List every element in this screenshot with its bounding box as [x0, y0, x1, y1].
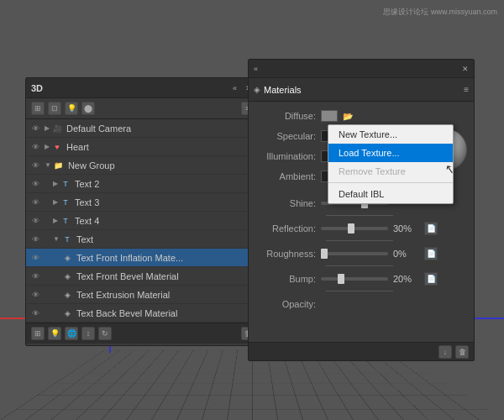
heart-icon: ♥	[51, 141, 63, 153]
bump-slider[interactable]	[321, 277, 388, 281]
layer-item[interactable]: 👁 ◈ Text Back Bevel Material	[26, 304, 260, 323]
opacity-row: Opacity:	[254, 295, 469, 313]
panel-3d: 3D « ✕ ⊞ ⊡ 💡 ⬤ ≡ 👁 ▶ 🎥 Default Camera 👁 …	[25, 77, 260, 346]
diffuse-row: Diffuse: 📂	[254, 107, 469, 125]
props-footer: ↓ 🗑	[249, 342, 474, 360]
layer-item[interactable]: 👁 ▶ T Text 2	[26, 175, 260, 193]
footer-move-icon[interactable]: ↕	[81, 327, 95, 340]
specular-label: Specular:	[254, 131, 321, 141]
context-new-texture[interactable]: New Texture...	[328, 125, 453, 144]
ambient-label: Ambient:	[254, 171, 321, 181]
layer-list: 👁 ▶ 🎥 Default Camera 👁 ▶ ♥ Heart 👁 ▼ 📁 N…	[26, 119, 260, 323]
props-tabs-header: ◈ Materials ≡	[249, 78, 474, 102]
layer-item[interactable]: 👁 ▼ 📁 New Group	[26, 156, 260, 175]
bump-value: 20%	[393, 274, 423, 284]
text-icon: T	[60, 178, 71, 190]
context-menu: New Texture... Load Texture... Remove Te…	[328, 124, 454, 204]
layer-name: Heart	[66, 142, 256, 152]
roughness-thumb	[321, 249, 328, 259]
layer-item[interactable]: 👁 ▶ 🎥 Default Camera	[26, 119, 260, 138]
diffuse-label: Diffuse:	[254, 111, 321, 121]
3d-toolbar: ⊞ ⊡ 💡 ⬤ ≡	[26, 98, 260, 119]
props-menu-icon[interactable]: ≡	[464, 85, 469, 94]
visibility-icon[interactable]: 👁	[29, 270, 41, 282]
bump-thumb	[338, 274, 344, 284]
panel-3d-footer: ⊞ 💡 🌐 ↕ ↻ 🗑	[26, 323, 260, 344]
visibility-icon[interactable]: 👁	[29, 141, 41, 153]
text-icon: T	[60, 215, 71, 227]
layer-name: Text	[76, 234, 256, 244]
context-default-ibl[interactable]: Default IBL	[328, 185, 453, 203]
footer-env-icon[interactable]: 🌐	[65, 327, 78, 340]
illumination-label: Illumination:	[254, 151, 321, 161]
footer-layers-icon[interactable]: ⊞	[31, 327, 45, 340]
layer-name: Text 3	[75, 197, 256, 207]
layer-item[interactable]: 👁 ◈ Text Front Inflation Mate...	[26, 249, 260, 267]
visibility-icon[interactable]: 👁	[29, 123, 41, 134]
properties-panel: « ✕ ◈ Materials ≡ Diffuse: 📂 Specular: 📂…	[248, 59, 475, 361]
material-icon: ◈	[61, 289, 73, 301]
camera-icon: 🎥	[51, 123, 63, 134]
layer-name: Default Camera	[66, 123, 256, 134]
props-footer-delete-icon[interactable]: 🗑	[455, 345, 469, 359]
bump-row: Bump: 20% 📄	[254, 270, 469, 288]
bump-file-icon[interactable]: 📄	[424, 272, 438, 286]
visibility-icon[interactable]: 👁	[29, 289, 41, 301]
roughness-value: 0%	[393, 249, 423, 259]
layer-name: Text Front Inflation Mate...	[76, 253, 256, 263]
footer-light-icon[interactable]: 💡	[48, 327, 61, 340]
watermark: 思缘设计论坛 www.missyuan.com	[383, 7, 497, 18]
opacity-label: Opacity:	[254, 299, 321, 309]
panel-3d-title: 3D	[31, 83, 43, 93]
reflection-thumb	[348, 223, 354, 234]
roughness-row: Roughness: 0% 📄	[254, 244, 469, 263]
layer-item[interactable]: 👁 ◈ Text Extrusion Material	[26, 286, 260, 304]
visibility-icon[interactable]: 👁	[29, 178, 41, 190]
reflection-file-icon[interactable]: 📄	[424, 222, 438, 235]
visibility-icon[interactable]: 👁	[29, 234, 41, 245]
materials-tab-label[interactable]: Materials	[264, 85, 302, 95]
diffuse-swatch[interactable]	[321, 110, 338, 122]
roughness-label: Roughness:	[254, 249, 321, 259]
visibility-icon[interactable]: 👁	[29, 197, 41, 208]
visibility-icon[interactable]: 👁	[29, 307, 41, 319]
context-load-texture[interactable]: Load Texture...	[328, 144, 453, 162]
props-collapse-btn[interactable]: «	[254, 65, 258, 73]
layer-item[interactable]: 👁 ▶ T Text 4	[26, 212, 260, 230]
visibility-icon[interactable]: 👁	[29, 215, 41, 227]
visibility-icon[interactable]: 👁	[29, 252, 41, 264]
text-icon: T	[61, 234, 73, 245]
layer-item[interactable]: 👁 ◈ Text Front Bevel Material	[26, 267, 260, 286]
scene-toolbar-icon[interactable]: ⊡	[48, 102, 61, 115]
light-toolbar-icon[interactable]: 💡	[65, 102, 78, 115]
materials-tab-icon: ◈	[254, 85, 260, 94]
env-toolbar-icon[interactable]: ⬤	[81, 102, 95, 115]
diffuse-folder-icon[interactable]: 📂	[341, 109, 354, 123]
visibility-icon[interactable]: 👁	[29, 160, 41, 171]
text-icon: T	[60, 197, 71, 208]
roughness-slider[interactable]	[321, 252, 388, 255]
shine-label: Shine:	[254, 198, 321, 208]
layer-item[interactable]: 👁 ▶ ♥ Heart	[26, 138, 260, 156]
material-icon: ◈	[61, 270, 73, 282]
layer-name: New Group	[68, 160, 256, 171]
roughness-file-icon[interactable]: 📄	[424, 247, 438, 260]
material-icon: ◈	[61, 307, 73, 319]
layers-toolbar-icon[interactable]: ⊞	[31, 102, 45, 115]
layer-item[interactable]: 👁 ▶ T Text 3	[26, 193, 260, 212]
layer-name: Text 2	[75, 179, 256, 189]
group-icon: 📁	[53, 160, 65, 171]
props-footer-icon1[interactable]: ↓	[438, 345, 452, 359]
layer-name: Text Extrusion Material	[76, 290, 256, 300]
reflection-row: Reflection: 30% 📄	[254, 219, 469, 238]
panel-collapse-btn[interactable]: «	[230, 83, 239, 93]
props-close-btn[interactable]: ✕	[462, 65, 469, 73]
reflection-slider[interactable]	[321, 227, 388, 230]
layer-name: Text 4	[75, 216, 256, 226]
material-icon: ◈	[61, 252, 73, 264]
props-header: « ✕	[249, 60, 474, 78]
layer-item[interactable]: 👁 ▼ T Text	[26, 230, 260, 249]
footer-rotate-icon[interactable]: ↻	[98, 327, 112, 340]
bump-label: Bump:	[254, 274, 321, 284]
panel-3d-header: 3D « ✕	[26, 78, 260, 98]
